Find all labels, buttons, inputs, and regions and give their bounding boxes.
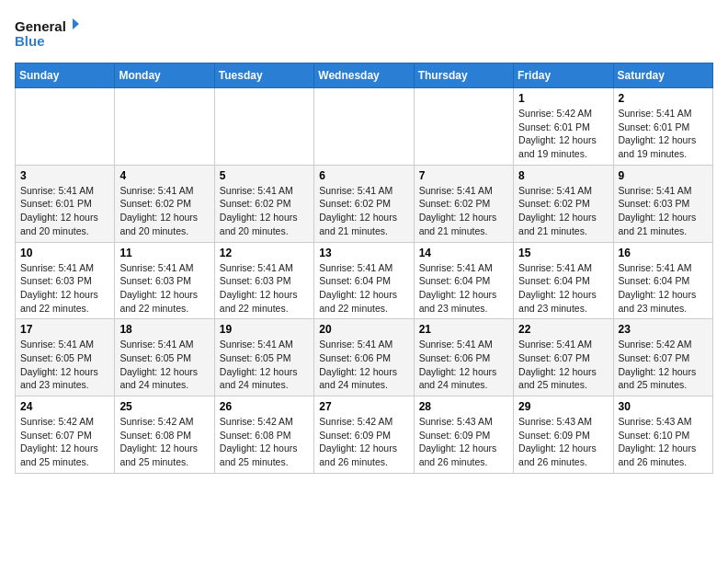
calendar-cell: 17Sunrise: 5:41 AM Sunset: 6:05 PM Dayli…: [16, 319, 115, 396]
weekday-header-sunday: Sunday: [16, 63, 115, 88]
svg-text:Blue: Blue: [15, 33, 45, 49]
day-number: 24: [20, 400, 109, 413]
day-number: 8: [518, 169, 608, 182]
calendar-cell: 1Sunrise: 5:42 AM Sunset: 6:01 PM Daylig…: [514, 88, 613, 166]
day-number: 5: [220, 169, 309, 182]
day-info: Sunrise: 5:42 AM Sunset: 6:08 PM Dayligh…: [119, 415, 209, 469]
calendar-cell: 7Sunrise: 5:41 AM Sunset: 6:02 PM Daylig…: [414, 165, 513, 242]
day-number: 21: [419, 323, 508, 336]
day-number: 30: [619, 400, 708, 413]
calendar-cell: 8Sunrise: 5:41 AM Sunset: 6:02 PM Daylig…: [514, 165, 613, 242]
day-info: Sunrise: 5:41 AM Sunset: 6:04 PM Dayligh…: [419, 261, 508, 316]
calendar-cell: 20Sunrise: 5:41 AM Sunset: 6:06 PM Dayli…: [314, 319, 414, 396]
calendar-cell: 23Sunrise: 5:42 AM Sunset: 6:07 PM Dayli…: [613, 319, 712, 396]
calendar-cell: 27Sunrise: 5:42 AM Sunset: 6:09 PM Dayli…: [314, 396, 414, 474]
day-info: Sunrise: 5:41 AM Sunset: 6:05 PM Dayligh…: [119, 338, 209, 392]
day-number: 20: [319, 323, 408, 336]
weekday-header-tuesday: Tuesday: [214, 63, 313, 88]
calendar-cell: 13Sunrise: 5:41 AM Sunset: 6:04 PM Dayli…: [314, 242, 414, 319]
calendar-cell: 24Sunrise: 5:42 AM Sunset: 6:07 PM Dayli…: [16, 396, 115, 474]
calendar-cell: 19Sunrise: 5:41 AM Sunset: 6:05 PM Dayli…: [214, 319, 313, 396]
svg-text:General: General: [15, 18, 66, 34]
day-info: Sunrise: 5:43 AM Sunset: 6:10 PM Dayligh…: [619, 415, 708, 469]
day-number: 14: [419, 247, 508, 259]
calendar-cell: 26Sunrise: 5:42 AM Sunset: 6:08 PM Dayli…: [214, 396, 313, 474]
calendar-cell: 12Sunrise: 5:41 AM Sunset: 6:03 PM Dayli…: [214, 242, 313, 319]
day-number: 16: [619, 247, 708, 259]
svg-marker-2: [73, 18, 79, 29]
day-number: 2: [619, 92, 708, 105]
calendar-cell: 30Sunrise: 5:43 AM Sunset: 6:10 PM Dayli…: [613, 396, 712, 474]
day-info: Sunrise: 5:41 AM Sunset: 6:02 PM Dayligh…: [220, 184, 309, 238]
calendar-cell: 22Sunrise: 5:41 AM Sunset: 6:07 PM Dayli…: [514, 319, 613, 396]
calendar-cell: [214, 88, 313, 166]
day-info: Sunrise: 5:42 AM Sunset: 6:01 PM Dayligh…: [518, 107, 608, 161]
day-info: Sunrise: 5:41 AM Sunset: 6:02 PM Dayligh…: [119, 184, 209, 238]
calendar-cell: 28Sunrise: 5:43 AM Sunset: 6:09 PM Dayli…: [414, 396, 513, 474]
calendar-cell: [414, 88, 513, 166]
calendar-week-4: 17Sunrise: 5:41 AM Sunset: 6:05 PM Dayli…: [16, 319, 713, 396]
calendar-cell: [115, 88, 214, 166]
day-info: Sunrise: 5:41 AM Sunset: 6:01 PM Dayligh…: [20, 184, 109, 238]
day-number: 7: [419, 169, 508, 182]
day-number: 27: [319, 400, 408, 413]
day-number: 25: [119, 400, 209, 413]
calendar-cell: 18Sunrise: 5:41 AM Sunset: 6:05 PM Dayli…: [115, 319, 214, 396]
day-info: Sunrise: 5:41 AM Sunset: 6:03 PM Dayligh…: [20, 261, 109, 316]
day-number: 10: [20, 247, 109, 259]
day-number: 4: [119, 169, 209, 182]
day-info: Sunrise: 5:41 AM Sunset: 6:05 PM Dayligh…: [20, 338, 109, 392]
day-number: 9: [619, 169, 708, 182]
day-info: Sunrise: 5:41 AM Sunset: 6:06 PM Dayligh…: [319, 338, 408, 392]
calendar-week-3: 10Sunrise: 5:41 AM Sunset: 6:03 PM Dayli…: [16, 242, 713, 319]
day-info: Sunrise: 5:42 AM Sunset: 6:08 PM Dayligh…: [220, 415, 309, 469]
day-number: 13: [319, 247, 408, 259]
calendar-week-1: 1Sunrise: 5:42 AM Sunset: 6:01 PM Daylig…: [16, 88, 713, 166]
calendar-cell: 5Sunrise: 5:41 AM Sunset: 6:02 PM Daylig…: [214, 165, 313, 242]
day-info: Sunrise: 5:41 AM Sunset: 6:03 PM Dayligh…: [220, 261, 309, 316]
calendar-cell: 4Sunrise: 5:41 AM Sunset: 6:02 PM Daylig…: [115, 165, 214, 242]
day-info: Sunrise: 5:41 AM Sunset: 6:07 PM Dayligh…: [518, 338, 608, 392]
calendar-cell: 14Sunrise: 5:41 AM Sunset: 6:04 PM Dayli…: [414, 242, 513, 319]
calendar-cell: 25Sunrise: 5:42 AM Sunset: 6:08 PM Dayli…: [115, 396, 214, 474]
calendar-cell: 29Sunrise: 5:43 AM Sunset: 6:09 PM Dayli…: [514, 396, 613, 474]
day-number: 23: [619, 323, 708, 336]
day-number: 22: [518, 323, 608, 336]
day-number: 11: [119, 247, 209, 259]
day-info: Sunrise: 5:41 AM Sunset: 6:01 PM Dayligh…: [619, 107, 708, 161]
day-info: Sunrise: 5:43 AM Sunset: 6:09 PM Dayligh…: [419, 415, 508, 469]
day-info: Sunrise: 5:41 AM Sunset: 6:02 PM Dayligh…: [419, 184, 508, 238]
logo: General Blue: [15, 15, 79, 53]
logo-svg: General Blue: [15, 15, 79, 53]
day-info: Sunrise: 5:41 AM Sunset: 6:02 PM Dayligh…: [319, 184, 408, 238]
calendar-cell: 3Sunrise: 5:41 AM Sunset: 6:01 PM Daylig…: [16, 165, 115, 242]
calendar-header-row: SundayMondayTuesdayWednesdayThursdayFrid…: [16, 63, 713, 88]
weekday-header-thursday: Thursday: [414, 63, 513, 88]
calendar-week-2: 3Sunrise: 5:41 AM Sunset: 6:01 PM Daylig…: [16, 165, 713, 242]
day-number: 6: [319, 169, 408, 182]
day-number: 1: [518, 92, 608, 105]
calendar-cell: 6Sunrise: 5:41 AM Sunset: 6:02 PM Daylig…: [314, 165, 414, 242]
calendar-cell: [314, 88, 414, 166]
day-info: Sunrise: 5:41 AM Sunset: 6:03 PM Dayligh…: [619, 184, 708, 238]
weekday-header-saturday: Saturday: [613, 63, 712, 88]
day-info: Sunrise: 5:41 AM Sunset: 6:05 PM Dayligh…: [220, 338, 309, 392]
day-number: 29: [518, 400, 608, 413]
day-info: Sunrise: 5:41 AM Sunset: 6:02 PM Dayligh…: [518, 184, 608, 238]
day-number: 19: [220, 323, 309, 336]
day-number: 18: [119, 323, 209, 336]
calendar-cell: 9Sunrise: 5:41 AM Sunset: 6:03 PM Daylig…: [613, 165, 712, 242]
day-info: Sunrise: 5:41 AM Sunset: 6:03 PM Dayligh…: [119, 261, 209, 316]
day-number: 3: [20, 169, 109, 182]
calendar-cell: 10Sunrise: 5:41 AM Sunset: 6:03 PM Dayli…: [16, 242, 115, 319]
day-info: Sunrise: 5:42 AM Sunset: 6:09 PM Dayligh…: [319, 415, 408, 469]
calendar-cell: 21Sunrise: 5:41 AM Sunset: 6:06 PM Dayli…: [414, 319, 513, 396]
calendar-cell: [16, 88, 115, 166]
day-info: Sunrise: 5:42 AM Sunset: 6:07 PM Dayligh…: [619, 338, 708, 392]
day-number: 12: [220, 247, 309, 259]
day-info: Sunrise: 5:41 AM Sunset: 6:04 PM Dayligh…: [518, 261, 608, 316]
calendar-cell: 2Sunrise: 5:41 AM Sunset: 6:01 PM Daylig…: [613, 88, 712, 166]
day-info: Sunrise: 5:41 AM Sunset: 6:04 PM Dayligh…: [319, 261, 408, 316]
day-info: Sunrise: 5:43 AM Sunset: 6:09 PM Dayligh…: [518, 415, 608, 469]
day-info: Sunrise: 5:41 AM Sunset: 6:04 PM Dayligh…: [619, 261, 708, 316]
